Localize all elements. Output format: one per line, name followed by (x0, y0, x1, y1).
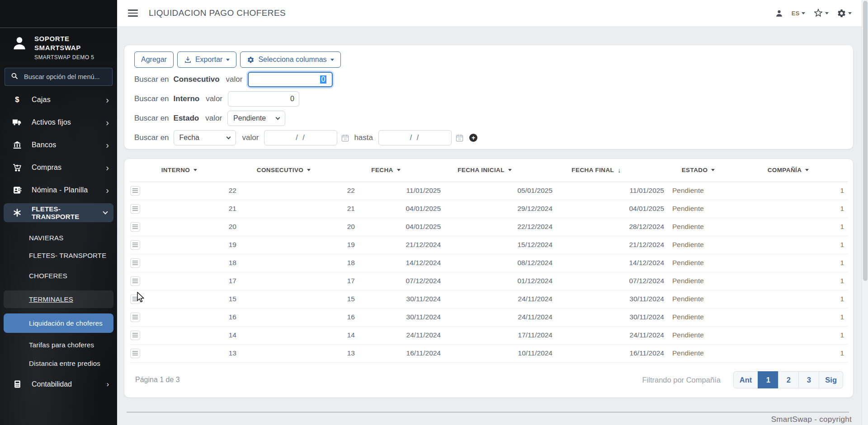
sidebar-item-activos-fijos[interactable]: Activos fijos › (0, 111, 117, 134)
selected-text: 0 (320, 75, 327, 84)
hasta-label: hasta (354, 133, 373, 142)
scrollbar-thumb[interactable] (863, 1, 868, 281)
table-cell: 11/01/2025 (556, 182, 668, 200)
consecutivo-value-input[interactable]: 0 (248, 72, 333, 87)
table-cell: Pendiente (668, 290, 729, 308)
table-cell: 18 (240, 254, 359, 272)
row-menu-button[interactable] (130, 331, 140, 340)
caret-down-icon (330, 59, 334, 61)
svg-text:31: 31 (344, 138, 347, 140)
sort-caret-icon (508, 169, 512, 171)
table-cell: 30/11/2024 (556, 290, 668, 308)
page-scrollbar[interactable] (862, 0, 868, 425)
table-cell: 07/12/2024 (359, 272, 444, 290)
column-header-fecha-inicial[interactable]: FECHA INICIAL (444, 159, 556, 182)
sidebar-subitem-tarifas-choferes[interactable]: Tarifas para choferes (0, 340, 117, 350)
column-header-fecha-final[interactable]: FECHA FINAL↓ (556, 159, 668, 182)
table-cell: Pendiente (668, 326, 729, 344)
user-profile[interactable]: SOPORTE SMARTSWAP SMARTSWAP DEMO 5 (0, 28, 117, 63)
table-cell: Pendiente (668, 308, 729, 326)
sidebar-item-cajas[interactable]: $ Cajas › (0, 89, 117, 111)
sidebar-item-fletes-transporte[interactable]: FLETES-TRANSPORTE (4, 203, 113, 222)
filtering-info: Filtrando por Compañía (642, 376, 720, 384)
filters-panel: Agregar Exportar Selecciona columnas Bus… (124, 45, 853, 149)
menu-search-box[interactable] (5, 68, 113, 86)
table-cell: 13 (150, 344, 240, 362)
table-cell: 10/11/2024 (444, 344, 556, 362)
sidebar-subitem-distancia-predios[interactable]: Distancia entre predios (0, 359, 117, 368)
add-button[interactable]: Agregar (134, 51, 174, 68)
table-cell: 14/12/2024 (359, 254, 444, 272)
sidebar-subitem-terminales[interactable]: TERMINALES (4, 290, 113, 308)
row-menu-button[interactable] (130, 204, 140, 214)
sidebar-subitem-navieras[interactable]: NAVIERAS (0, 233, 117, 243)
estado-select[interactable]: Pendiente (227, 111, 285, 126)
menu-search-input[interactable] (23, 73, 107, 81)
column-header-estado[interactable]: ESTADO (668, 159, 729, 182)
add-filter-button[interactable]: + (469, 134, 477, 142)
sidebar-item-compras[interactable]: Compras › (0, 156, 117, 179)
settings-menu[interactable] (837, 9, 852, 18)
page-info: Página 1 de 3 (135, 376, 180, 384)
row-menu-button[interactable] (130, 294, 140, 304)
table-cell: Pendiente (668, 344, 729, 362)
table-cell: 1 (729, 218, 848, 236)
interno-value-input[interactable] (228, 91, 299, 107)
table-cell: Pendiente (668, 218, 729, 236)
pagination-button-3[interactable]: 3 (798, 371, 819, 388)
row-menu-button[interactable] (130, 313, 140, 322)
table-cell: 30/11/2024 (359, 308, 444, 326)
fecha-desde-input[interactable]: / / (264, 130, 337, 145)
language-code: ES (792, 10, 800, 17)
table-cell: 17/11/2024 (444, 326, 556, 344)
dollar-icon: $ (12, 95, 23, 104)
pagination-button-ant[interactable]: Ant (733, 371, 759, 388)
column-header-fecha[interactable]: FECHA (359, 159, 444, 182)
column-header-compania[interactable]: COMPAÑÍA (729, 159, 848, 182)
sort-caret-icon (711, 169, 715, 171)
select-columns-button[interactable]: Selecciona columnas (240, 51, 340, 68)
sidebar-item-bancos[interactable]: Bancos › (0, 134, 117, 156)
sidebar-item-nomina-planilla[interactable]: Nómina - Planilla › (0, 179, 117, 201)
row-menu-button[interactable] (130, 222, 140, 232)
calendar-icon[interactable]: 31 (455, 134, 464, 142)
pagination-button-1[interactable]: 1 (758, 371, 778, 388)
language-selector[interactable]: ES (792, 10, 805, 17)
calendar-icon[interactable]: 31 (341, 134, 349, 142)
pagination-button-sig[interactable]: Sig (819, 371, 843, 388)
shopping-cart-icon (12, 163, 23, 173)
table-cell: 16/11/2024 (359, 344, 444, 362)
table-cell: 19 (240, 236, 359, 254)
row-menu-button[interactable] (130, 240, 140, 250)
table-cell: 22/12/2024 (444, 218, 556, 236)
filter-row-estado: Buscar en Estado valor Pendiente (134, 111, 843, 126)
table-cell: 1 (729, 290, 848, 308)
star-icon (813, 8, 823, 18)
sidebar-item-contabilidad[interactable]: Contabilidad › (0, 380, 117, 388)
user-name-line1: SOPORTE (34, 34, 94, 43)
favorites-menu[interactable] (813, 8, 829, 18)
table-cell: 18 (150, 254, 240, 272)
row-menu-button[interactable] (130, 276, 140, 286)
fecha-hasta-input[interactable]: / / (378, 130, 452, 145)
row-menu-button[interactable] (130, 258, 140, 268)
column-header-consecutivo[interactable]: CONSECUTIVO (240, 159, 359, 182)
table-row: 141424/11/202417/11/202424/11/2024Pendie… (130, 326, 848, 344)
column-header-interno[interactable]: INTERNO (150, 159, 240, 182)
sidebar-subitem-fletes-transporte[interactable]: FLETES- TRANSPORTE (0, 251, 117, 260)
export-button[interactable]: Exportar (177, 51, 236, 68)
user-menu-icon[interactable] (775, 9, 783, 18)
table-row: 191921/12/202415/12/202421/12/2024Pendie… (130, 236, 848, 254)
chevron-right-icon: › (106, 186, 109, 195)
row-menu-button[interactable] (130, 186, 140, 196)
table-cell: Pendiente (668, 236, 729, 254)
sidebar-subitem-choferes[interactable]: CHOFERES (0, 271, 117, 280)
fecha-field-select[interactable]: Fecha (174, 130, 236, 145)
table-cell: 14/12/2024 (556, 254, 668, 272)
pagination-button-2[interactable]: 2 (778, 371, 799, 388)
caret-down-icon (825, 12, 829, 14)
sidebar-subitem-liquidacion-choferes[interactable]: Liquidación de choferes (4, 313, 113, 333)
table-cell: 13 (240, 344, 359, 362)
row-menu-button[interactable] (130, 349, 140, 358)
sidebar-toggle-button[interactable] (128, 9, 138, 17)
